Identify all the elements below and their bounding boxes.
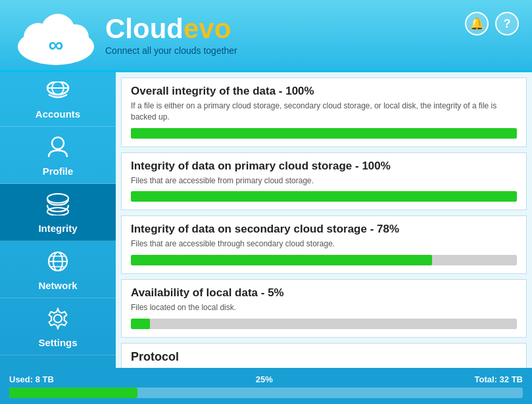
app-subtitle: Connect all your clouds together — [105, 45, 237, 56]
svg-point-3 — [62, 24, 89, 51]
statusbar: Used: 8 TB 25% Total: 32 TB — [0, 368, 532, 404]
sidebar-item-profile[interactable]: Profile — [0, 127, 116, 184]
main-layout: Accounts Profile Integrity Network — [0, 72, 532, 368]
local-desc: Files located on the local disk. — [131, 302, 517, 313]
statusbar-info: Used: 8 TB 25% Total: 32 TB — [9, 374, 523, 384]
accounts-label: Accounts — [36, 108, 80, 120]
network-icon — [46, 250, 70, 277]
settings-icon — [47, 307, 69, 334]
profile-label: Profile — [43, 166, 74, 177]
local-progress-fill — [131, 319, 150, 329]
secondary-integrity-card: Integrity of data on secondary cloud sto… — [121, 215, 527, 274]
sidebar-item-accounts[interactable]: Accounts — [0, 72, 116, 127]
logo-area: Cloudevo Connect all your clouds togethe… — [105, 15, 237, 56]
statusbar-progress-bg — [9, 388, 523, 398]
secondary-title: Integrity of data on secondary cloud sto… — [131, 223, 517, 236]
statusbar-progress-fill — [9, 388, 137, 398]
overall-desc: If a file is either on a primary cloud s… — [131, 101, 517, 123]
local-data-card: Availability of local data - 5% Files lo… — [121, 279, 527, 338]
svg-point-8 — [52, 137, 64, 149]
sidebar-item-integrity[interactable]: Integrity — [0, 184, 116, 241]
sidebar-item-settings[interactable]: Settings — [0, 298, 116, 355]
title-evo-part: evo — [183, 13, 231, 44]
integrity-label: Integrity — [38, 223, 77, 234]
secondary-progress-bg — [131, 255, 517, 265]
header-icons: 🔔 ? — [465, 12, 519, 35]
protocol-section: Protocol ▶ Validation ↺ Repair — [121, 343, 527, 368]
local-title: Availability of local data - 5% — [131, 286, 517, 300]
primary-title: Integrity of data on primary cloud stora… — [131, 160, 517, 173]
overall-progress-bg — [131, 128, 517, 139]
primary-desc: Files that are accessible from primary c… — [131, 175, 517, 187]
app-logo: ∞ — [13, 6, 99, 65]
app-title: Cloudevo — [105, 15, 231, 43]
svg-point-16 — [54, 315, 62, 323]
percent-label: 25% — [256, 374, 273, 384]
secondary-desc: Files that are accessible through second… — [131, 238, 517, 250]
settings-label: Settings — [38, 337, 77, 348]
profile-icon — [47, 136, 68, 163]
network-label: Network — [38, 280, 77, 291]
overall-integrity-card: Overall integrity of the data - 100% If … — [121, 78, 527, 147]
help-icon: ? — [504, 17, 511, 31]
integrity-icon — [46, 193, 70, 220]
svg-text:∞: ∞ — [49, 33, 64, 56]
primary-integrity-card: Integrity of data on primary cloud stora… — [121, 152, 527, 211]
sidebar: Accounts Profile Integrity Network — [0, 72, 116, 368]
protocol-title: Protocol — [131, 350, 517, 364]
primary-progress-bg — [131, 191, 517, 202]
title-cloud-part: Cloud — [105, 13, 183, 44]
primary-progress-fill — [131, 191, 517, 202]
bell-icon: 🔔 — [470, 16, 484, 31]
secondary-progress-fill — [131, 255, 432, 265]
notification-bell-button[interactable]: 🔔 — [465, 12, 489, 35]
accounts-icon — [46, 81, 70, 106]
sidebar-item-network[interactable]: Network — [0, 241, 116, 298]
svg-point-9 — [47, 194, 68, 203]
main-content: Overall integrity of the data - 100% If … — [116, 72, 532, 368]
overall-progress-fill — [131, 128, 517, 139]
help-button[interactable]: ? — [495, 12, 519, 35]
overall-title: Overall integrity of the data - 100% — [131, 85, 517, 98]
used-label: Used: 8 TB — [9, 374, 54, 384]
local-progress-bg — [131, 319, 517, 329]
header: ∞ Cloudevo Connect all your clouds toget… — [0, 0, 532, 72]
total-label: Total: 32 TB — [475, 374, 523, 384]
